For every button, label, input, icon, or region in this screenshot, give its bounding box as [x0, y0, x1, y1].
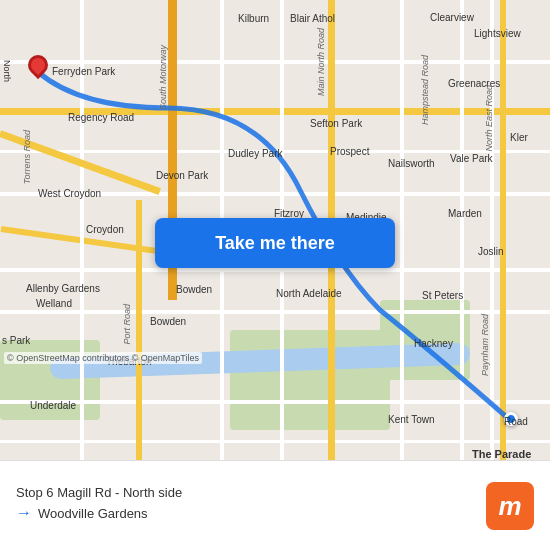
road-paynham: [500, 0, 506, 460]
road-v5: [460, 0, 464, 460]
road-hampstead: [400, 0, 404, 460]
take-me-there-button[interactable]: Take me there: [155, 218, 395, 268]
moovit-letter: m: [498, 493, 521, 519]
road-ne: [490, 0, 494, 460]
destination-pin: [504, 412, 518, 426]
arrow-icon: →: [16, 504, 32, 522]
from-row: Stop 6 Magill Rd - North side: [16, 485, 486, 500]
road-v1: [80, 0, 84, 460]
from-label: Stop 6 Magill Rd - North side: [16, 485, 182, 500]
moovit-logo: m: [486, 482, 534, 530]
road-port: [136, 200, 142, 460]
park-north-adelaide: [230, 330, 390, 430]
map-attribution: © OpenStreetMap contributors © OpenMapTi…: [4, 352, 202, 364]
origin-pin: [28, 55, 48, 81]
bottom-bar: Stop 6 Magill Rd - North side → Woodvill…: [0, 460, 550, 550]
route-info: Stop 6 Magill Rd - North side → Woodvill…: [16, 485, 486, 526]
arrow-row: → Woodville Gardens: [16, 504, 486, 522]
map-container: Clearview Lightsview Kilburn Blair Athol…: [0, 0, 550, 460]
to-label: Woodville Gardens: [38, 506, 148, 521]
